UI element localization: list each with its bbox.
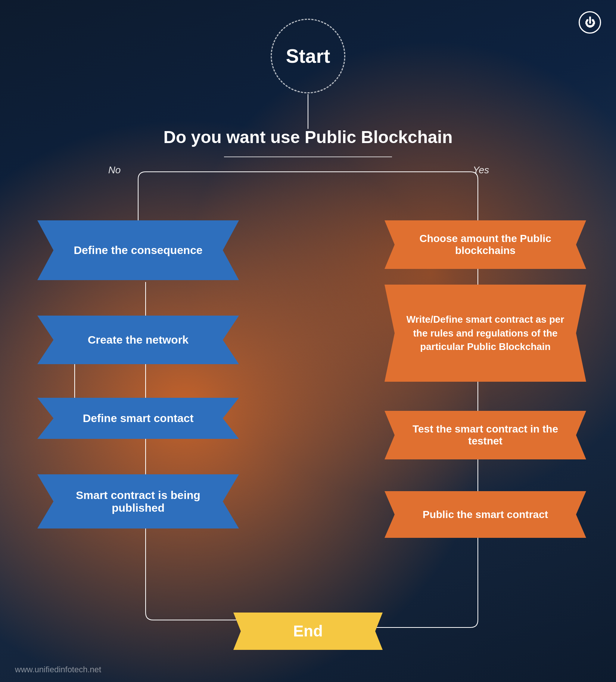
- footer-url: www.unifiedinfotech.net: [15, 665, 101, 675]
- logo-icon: ⏻: [579, 11, 601, 34]
- create-network-node: Create the network: [37, 316, 239, 364]
- choose-blockchain-node: Choose amount the Public blockchains: [385, 220, 586, 269]
- end-node: End: [233, 613, 383, 650]
- test-smart-contract-node: Test the smart contract in the testnet: [385, 411, 586, 459]
- start-node: Start: [271, 19, 345, 93]
- main-question: Do you want use Public Blockchain: [164, 127, 452, 147]
- yes-label: Yes: [473, 164, 489, 176]
- define-smart-contact-node: Define smart contact: [37, 398, 239, 439]
- no-label: No: [108, 164, 121, 176]
- start-label: Start: [286, 45, 330, 67]
- public-smart-contract-node: Public the smart contract: [385, 491, 586, 538]
- write-define-smart-contract-node: Write/Define smart contract as per the r…: [385, 285, 586, 382]
- define-consequence-node: Define the consequence: [37, 220, 239, 280]
- smart-contract-published-node: Smart contract is being published: [37, 474, 239, 528]
